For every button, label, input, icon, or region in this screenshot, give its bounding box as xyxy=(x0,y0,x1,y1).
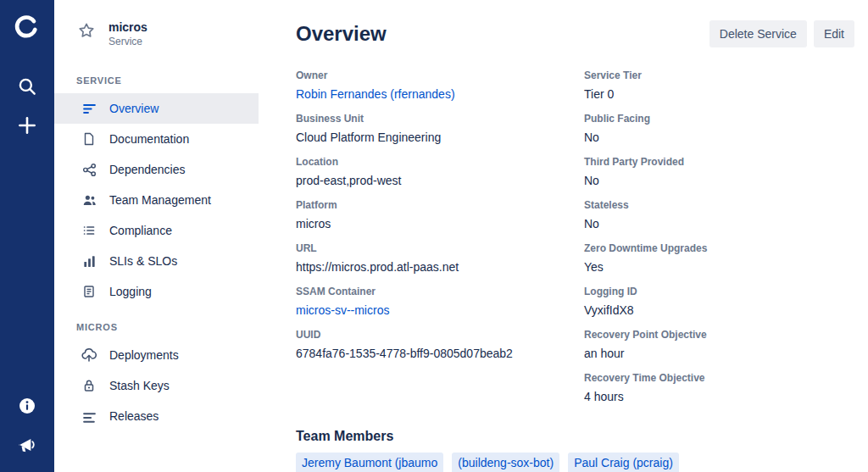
field-ssam-container: SSAM Container micros-sv--micros xyxy=(296,286,584,319)
sidebar-item-overview[interactable]: Overview xyxy=(54,93,259,124)
team-member-link[interactable]: Jeremy Baumont (jbaumo xyxy=(296,453,443,472)
sidebar-item-label: Team Management xyxy=(109,193,211,207)
field-owner: Owner Robin Fernandes (rfernandes) xyxy=(296,69,584,103)
field-public-facing: Public Facing No xyxy=(584,113,854,146)
sidebar-item-deployments[interactable]: Deployments xyxy=(54,340,259,370)
fields-right-column: Service Tier Tier 0 Public Facing No Thi… xyxy=(584,69,854,415)
field-label: Service Tier xyxy=(584,69,854,81)
sidebar-item-logging[interactable]: Logging xyxy=(54,276,259,307)
field-label: Platform xyxy=(296,199,584,211)
sidebar-item-label: Documentation xyxy=(109,132,189,146)
owner-link[interactable]: Robin Fernandes (rfernandes) xyxy=(296,86,455,103)
sidebar-section-micros: MICROS xyxy=(54,307,259,340)
service-identity: micros Service xyxy=(108,20,147,48)
field-recovery-point-objective: Recovery Point Objective an hour xyxy=(584,329,854,362)
page-actions: Delete Service Edit xyxy=(709,20,854,47)
search-icon[interactable] xyxy=(12,71,42,102)
field-label: Zero Downtime Upgrades xyxy=(584,242,854,254)
main-content: Overview Delete Service Edit Owner Robin… xyxy=(259,0,868,472)
field-location: Location prod-east,prod-west xyxy=(296,156,584,189)
field-label: Logging ID xyxy=(584,286,854,297)
edit-button[interactable]: Edit xyxy=(814,20,854,47)
field-url: URL https://micros.prod.atl-paas.net xyxy=(296,242,584,275)
field-value: No xyxy=(584,172,854,189)
sidebar-item-label: Logging xyxy=(109,285,152,298)
field-label: Business Unit xyxy=(296,113,584,125)
field-label: Stateless xyxy=(584,199,854,211)
field-label: Third Party Provided xyxy=(584,156,854,168)
field-label: Recovery Time Objective xyxy=(584,372,854,384)
field-value: Tier 0 xyxy=(584,86,854,103)
field-logging-id: Logging ID VyxifIdX8 xyxy=(584,286,854,319)
field-label: Recovery Point Objective xyxy=(584,329,854,341)
sidebar-item-label: Compliance xyxy=(109,224,172,237)
deployments-icon xyxy=(81,347,97,363)
sidebar-item-label: SLIs & SLOs xyxy=(109,254,177,268)
sidebar-item-label: Dependencies xyxy=(109,163,186,176)
sidebar-item-dependencies[interactable]: Dependencies xyxy=(54,154,259,185)
field-third-party-provided: Third Party Provided No xyxy=(584,156,854,189)
sidebar-item-stash-keys[interactable]: Stash Keys xyxy=(54,370,259,401)
app-logo-icon[interactable] xyxy=(12,12,42,42)
bar-chart-icon xyxy=(81,253,97,269)
ssam-container-link[interactable]: micros-sv--micros xyxy=(296,302,389,319)
service-name: micros xyxy=(108,20,147,35)
field-value: No xyxy=(584,129,854,146)
sidebar-item-team-management[interactable]: Team Management xyxy=(54,185,259,215)
service-header: micros Service xyxy=(54,15,259,60)
sidebar-section-service: SERVICE xyxy=(54,60,259,93)
field-value: micros xyxy=(296,215,584,232)
field-label: Public Facing xyxy=(584,113,854,125)
announcement-icon[interactable] xyxy=(12,430,42,460)
fields-left-column: Owner Robin Fernandes (rfernandes) Busin… xyxy=(296,69,584,372)
field-value: Cloud Platform Engineering xyxy=(296,129,584,146)
main-header: Overview Delete Service Edit xyxy=(296,20,854,47)
dependencies-icon xyxy=(81,162,97,177)
sidebar-item-releases[interactable]: Releases xyxy=(54,401,259,431)
field-zero-downtime-upgrades: Zero Downtime Upgrades Yes xyxy=(584,242,854,275)
field-label: UUID xyxy=(296,329,584,341)
page-title: Overview xyxy=(296,22,387,46)
field-label: Location xyxy=(296,156,584,168)
field-value: an hour xyxy=(584,345,854,362)
sidebar: micros Service SERVICE Overview Document… xyxy=(54,0,259,472)
team-icon xyxy=(81,192,97,208)
compliance-icon xyxy=(81,223,97,238)
field-value: 4 hours xyxy=(584,388,854,405)
field-recovery-time-objective: Recovery Time Objective 4 hours xyxy=(584,372,854,405)
field-business-unit: Business Unit Cloud Platform Engineering xyxy=(296,113,584,146)
delete-service-button[interactable]: Delete Service xyxy=(709,20,807,47)
sidebar-item-documentation[interactable]: Documentation xyxy=(54,124,259,154)
team-members-title: Team Members xyxy=(296,429,854,444)
sidebar-item-label: Releases xyxy=(109,409,159,423)
sidebar-item-label: Stash Keys xyxy=(109,379,170,392)
service-fields: Owner Robin Fernandes (rfernandes) Busin… xyxy=(296,69,854,415)
sidebar-item-compliance[interactable]: Compliance xyxy=(54,215,259,246)
field-platform: Platform micros xyxy=(296,199,584,232)
field-value: prod-east,prod-west xyxy=(296,172,584,189)
field-service-tier: Service Tier Tier 0 xyxy=(584,69,854,103)
team-members-list: Jeremy Baumont (jbaumo (buildeng-sox-bot… xyxy=(296,453,854,472)
field-value: https://micros.prod.atl-paas.net xyxy=(296,258,584,275)
field-stateless: Stateless No xyxy=(584,199,854,232)
field-uuid: UUID 6784fa76-1535-4778-bff9-0805d07beab… xyxy=(296,329,584,362)
sidebar-item-label: Overview xyxy=(109,102,159,115)
team-member-link[interactable]: (buildeng-sox-bot) xyxy=(452,453,559,472)
field-label: URL xyxy=(296,242,584,254)
field-value: VyxifIdX8 xyxy=(584,302,854,319)
field-value: Yes xyxy=(584,258,854,275)
add-icon[interactable] xyxy=(12,110,42,141)
lock-icon xyxy=(81,378,97,393)
field-value: 6784fa76-1535-4778-bff9-0805d07beab2 xyxy=(296,345,584,362)
info-icon[interactable] xyxy=(12,391,42,421)
overview-icon xyxy=(81,101,97,116)
releases-icon xyxy=(81,408,97,424)
team-member-link[interactable]: Paul Craig (pcraig) xyxy=(568,453,679,472)
document-icon xyxy=(81,131,97,147)
logging-icon xyxy=(81,284,97,299)
field-value: No xyxy=(584,215,854,232)
sidebar-item-slis-slos[interactable]: SLIs & SLOs xyxy=(54,246,259,276)
field-label: Owner xyxy=(296,69,584,81)
app-rail xyxy=(0,0,54,472)
favorite-star-icon[interactable] xyxy=(78,22,95,42)
